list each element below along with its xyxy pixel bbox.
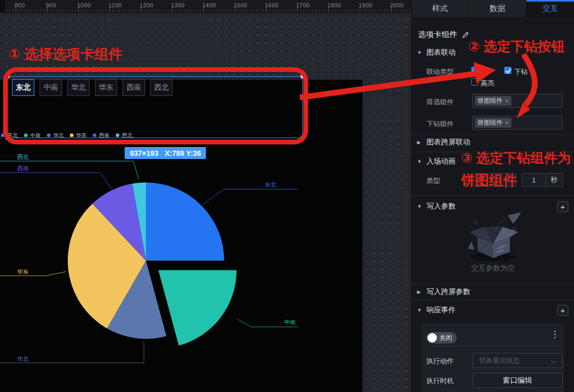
- tab-item[interactable]: 西南: [123, 79, 145, 96]
- toggle-label: 关闭: [439, 334, 452, 342]
- tooltip-size: 937×193: [130, 149, 158, 157]
- section-response-events[interactable]: ▼ 响应事件: [412, 305, 574, 315]
- pie-chart: 东北中南华北华东西南西北: [0, 0, 411, 392]
- highlight-checkbox-label: 高亮: [481, 79, 494, 88]
- event-card: 关闭 执行动作 切换展示状态 执行时机 窗口编辑: [421, 323, 564, 392]
- component-title-row: 选项卡组件: [418, 30, 469, 40]
- animation-type-label: 类型: [426, 176, 440, 186]
- more-options-icon[interactable]: [551, 329, 558, 340]
- app-window: 8009001000110012001300140015001600170018…: [0, 0, 574, 392]
- drill-component-tag: 饼图组件 ×: [475, 118, 511, 128]
- settings-panel: 样式数据交互 选项卡组件 ▼ 图表联动 联动类型 下钻 高亮 筛选组件 饼图组件…: [411, 0, 574, 392]
- tab-component-selected[interactable]: 东北中南华北华东西南西北: [7, 76, 303, 138]
- section-entrance-animation[interactable]: ▼ 入场动画: [412, 157, 574, 166]
- linkage-type-label: 联动类型: [426, 67, 454, 77]
- empty-box-illustration: [462, 211, 524, 263]
- pie-callout-line: [203, 189, 298, 204]
- collapse-arrow-icon: ▶: [417, 289, 421, 295]
- add-param-button[interactable]: +: [557, 201, 568, 212]
- section-title: 写入跨屏参数: [426, 287, 470, 297]
- collapse-arrow-icon: ▼: [417, 50, 422, 55]
- filter-component-label: 筛选组件: [426, 97, 454, 107]
- panel-tab-bar: 样式数据交互: [412, 0, 574, 17]
- action-select-value: 切换展示状态: [479, 356, 520, 365]
- panel-tab-inactive[interactable]: 数据: [468, 0, 526, 17]
- section-cross-screen-linkage[interactable]: ▶ 图表跨屏联动: [412, 138, 574, 147]
- tab-item[interactable]: 华北: [67, 79, 90, 96]
- tag-remove-icon[interactable]: ×: [505, 119, 509, 127]
- pie-callout-line: [0, 173, 112, 189]
- filter-component-tag: 饼图组件 ×: [475, 96, 511, 106]
- highlight-checkbox[interactable]: [471, 78, 479, 85]
- drill-component-label: 下钻组件: [426, 119, 454, 129]
- tooltip-position: X:789 Y:36: [165, 149, 201, 157]
- tag-remove-icon[interactable]: ×: [505, 97, 509, 105]
- pie-callout-label: 华北: [17, 356, 29, 362]
- section-title: 入场动画: [426, 157, 456, 166]
- tab-item[interactable]: 西北: [150, 79, 173, 96]
- collapse-arrow-icon: ▼: [417, 159, 422, 164]
- resize-handle-bottom-left[interactable]: [5, 136, 10, 140]
- animation-type-select[interactable]: [472, 173, 516, 187]
- tab-strip: 东北中南华北华东西南西北: [12, 79, 173, 96]
- section-write-params[interactable]: ▼ 写入参数: [412, 202, 574, 211]
- pie-callout-label: 西南: [17, 165, 29, 172]
- tab-item[interactable]: 中南: [40, 79, 62, 96]
- tag-text: 饼图组件: [478, 118, 503, 127]
- card-divider: [426, 346, 559, 346]
- section-title: 写入参数: [426, 202, 456, 211]
- tag-text: 饼图组件: [478, 96, 503, 105]
- tab-item[interactable]: 东北: [12, 79, 34, 96]
- drill-component-input[interactable]: 饼图组件 ×: [472, 116, 563, 130]
- chevron-down-icon: [551, 358, 556, 363]
- legend-dot: [1, 133, 5, 137]
- animation-duration-input[interactable]: 1 秒: [522, 173, 563, 187]
- filter-checkbox[interactable]: [471, 67, 479, 74]
- panel-tab-inactive[interactable]: 样式: [412, 0, 468, 17]
- component-title: 选项卡组件: [418, 30, 457, 40]
- tab-item[interactable]: 华东: [95, 79, 117, 96]
- section-title: 图表联动: [426, 48, 456, 57]
- collapse-arrow-icon: ▼: [417, 204, 422, 209]
- section-write-cross-params[interactable]: ▶ 写入跨屏参数: [412, 287, 574, 297]
- pie-callout-line: [0, 272, 66, 276]
- duration-value[interactable]: 1: [522, 174, 546, 186]
- filter-component-input[interactable]: 饼图组件 ×: [472, 94, 563, 108]
- section-chart-linkage[interactable]: ▼ 图表联动: [412, 48, 574, 57]
- pie-callout-label: 中南: [284, 319, 296, 325]
- action-select[interactable]: 切换展示状态: [472, 353, 563, 368]
- event-toggle[interactable]: 关闭: [426, 332, 457, 344]
- toggle-knob: [428, 333, 437, 342]
- collapse-arrow-icon: ▶: [417, 140, 421, 145]
- edit-icon[interactable]: [462, 31, 469, 39]
- drill-checkbox-label: 下钻: [514, 67, 528, 77]
- collapse-arrow-icon: ▼: [417, 308, 422, 313]
- section-title: 图表跨屏联动: [426, 138, 470, 147]
- timing-button[interactable]: 窗口编辑: [472, 373, 563, 388]
- timing-label: 执行时机: [426, 376, 454, 386]
- resize-handle-top-right[interactable]: [300, 74, 305, 79]
- resize-handle-top-left[interactable]: [5, 74, 10, 79]
- section-title: 响应事件: [426, 305, 456, 315]
- panel-tab-active[interactable]: 交互: [526, 0, 574, 17]
- size-position-tooltip: 937×193 X:789 Y:36: [125, 147, 206, 159]
- pie-slice[interactable]: [146, 182, 224, 261]
- pie-callout-label: 西北: [17, 154, 29, 160]
- duration-unit: 秒: [546, 174, 563, 186]
- pie-slice[interactable]: [158, 270, 237, 346]
- pie-callout-label: 华东: [17, 268, 29, 275]
- empty-params-text: 交互参数为空: [412, 264, 574, 273]
- add-event-button[interactable]: +: [557, 305, 568, 316]
- action-label: 执行动作: [426, 357, 454, 366]
- resize-handle-bottom-right[interactable]: [300, 136, 305, 140]
- drill-checkbox[interactable]: [504, 67, 511, 74]
- pie-callout-label: 东北: [265, 181, 276, 188]
